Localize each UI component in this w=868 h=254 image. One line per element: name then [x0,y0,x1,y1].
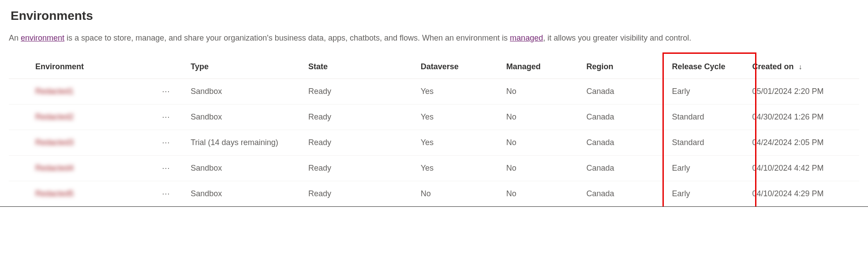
column-header-region[interactable]: Region [587,55,672,79]
sort-descending-icon: ↓ [798,63,802,71]
more-options-icon[interactable]: ··· [159,162,174,174]
column-header-menu [159,55,191,79]
page-title: Environments [9,9,859,23]
created-on-label: Created on [752,62,793,71]
created-on-cell: 04/10/2024 4:42 PM [752,156,859,181]
more-options-icon[interactable]: ··· [159,136,174,149]
state-cell: Ready [308,130,421,156]
managed-link[interactable]: managed [510,34,543,42]
type-cell: Sandbox [191,156,308,181]
env-name-cell[interactable]: Redacted2 [9,105,159,130]
dataverse-cell: Yes [421,105,506,130]
region-cell: Canada [587,156,672,181]
env-name-cell[interactable]: Redacted3 [9,130,159,156]
release-cycle-cell: Early [672,79,752,105]
region-cell: Canada [587,79,672,105]
row-more-cell: ··· [159,79,191,105]
created-on-cell: 04/30/2024 1:26 PM [752,105,859,130]
managed-cell: No [506,130,587,156]
environments-table: Environment Type State Dataverse Managed… [9,55,859,206]
page-description: An environment is a space to store, mana… [9,34,859,43]
dataverse-cell: Yes [421,156,506,181]
dataverse-cell: No [421,181,506,207]
more-options-icon[interactable]: ··· [159,187,174,200]
release-cycle-cell: Standard [672,130,752,156]
column-header-managed[interactable]: Managed [506,55,587,79]
more-options-icon[interactable]: ··· [159,85,174,97]
row-more-cell: ··· [159,105,191,130]
column-header-release-cycle[interactable]: Release Cycle [672,55,752,79]
created-on-cell: 05/01/2024 2:20 PM [752,79,859,105]
type-cell: Trial (14 days remaining) [191,130,308,156]
row-more-cell: ··· [159,156,191,181]
dataverse-cell: Yes [421,79,506,105]
region-cell: Canada [587,130,672,156]
managed-cell: No [506,181,587,207]
column-header-dataverse[interactable]: Dataverse [421,55,506,79]
desc-mid: is a space to store, manage, and share y… [64,34,510,42]
row-more-cell: ··· [159,130,191,156]
managed-cell: No [506,79,587,105]
environments-table-wrapper: Environment Type State Dataverse Managed… [9,55,859,206]
environment-link[interactable]: environment [21,34,64,42]
desc-suffix: , it allows you greater visibility and c… [543,34,691,42]
column-header-created-on[interactable]: Created on ↓ [752,55,859,79]
row-more-cell: ··· [159,181,191,207]
env-name-cell[interactable]: Redacted4 [9,156,159,181]
column-header-environment[interactable]: Environment [9,55,159,79]
state-cell: Ready [308,79,421,105]
column-header-state[interactable]: State [308,55,421,79]
column-header-type[interactable]: Type [191,55,308,79]
type-cell: Sandbox [191,105,308,130]
region-cell: Canada [587,181,672,207]
type-cell: Sandbox [191,181,308,207]
state-cell: Ready [308,181,421,207]
table-row[interactable]: Redacted3 ··· Trial (14 days remaining) … [9,130,859,156]
release-cycle-cell: Standard [672,105,752,130]
state-cell: Ready [308,105,421,130]
env-name-cell[interactable]: Redacted1 [9,79,159,105]
table-row[interactable]: Redacted1 ··· Sandbox Ready Yes No Canad… [9,79,859,105]
env-name-cell[interactable]: Redacted5 [9,181,159,207]
table-row[interactable]: Redacted5 ··· Sandbox Ready No No Canada… [9,181,859,207]
desc-prefix: An [9,34,21,42]
created-on-cell: 04/10/2024 4:29 PM [752,181,859,207]
more-options-icon[interactable]: ··· [159,111,174,123]
region-cell: Canada [587,105,672,130]
dataverse-cell: Yes [421,130,506,156]
state-cell: Ready [308,156,421,181]
release-cycle-cell: Early [672,156,752,181]
managed-cell: No [506,156,587,181]
created-on-cell: 04/24/2024 2:05 PM [752,130,859,156]
type-cell: Sandbox [191,79,308,105]
managed-cell: No [506,105,587,130]
table-row[interactable]: Redacted4 ··· Sandbox Ready Yes No Canad… [9,156,859,181]
table-row[interactable]: Redacted2 ··· Sandbox Ready Yes No Canad… [9,105,859,130]
release-cycle-cell: Early [672,181,752,207]
